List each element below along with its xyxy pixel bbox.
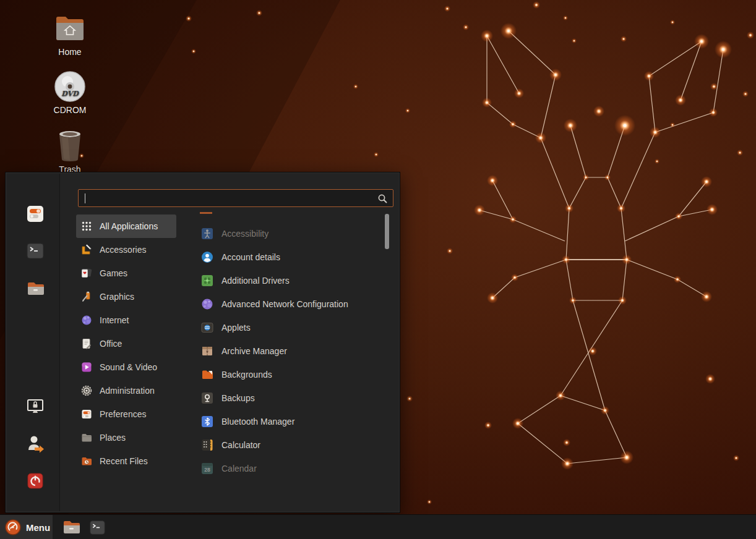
all-applications-icon [81,221,92,232]
app-backups[interactable]: Backups [191,386,384,410]
calculator-icon [201,439,213,451]
category-sound-video[interactable]: Sound & Video [76,355,185,379]
category-recent-files[interactable]: Recent Files [76,449,185,473]
preferences-icon [81,409,92,420]
search-icon [377,193,388,206]
app-accessibility[interactable]: Accessibility [191,222,384,245]
category-all-applications[interactable]: All Applications [76,214,176,238]
logout-icon[interactable] [25,434,45,454]
application-list: Accessibility Account details Additional… [191,222,384,480]
home-folder-icon [40,12,100,45]
category-administration[interactable]: Administration [76,379,185,402]
svg-text:DVD: DVD [61,90,79,98]
menu-button-label: Menu [26,522,50,533]
screen: Home DVD CDROM [0,0,756,539]
archive-manager-icon [201,345,213,357]
menu-button[interactable]: Menu [0,515,53,539]
app-account-details[interactable]: Account details [191,245,384,269]
backgrounds-icon [201,368,213,381]
recent-files-icon [81,456,92,467]
category-preferences[interactable]: Preferences [76,402,185,426]
category-list: All Applications Accessories Games [76,214,185,473]
scroll-edge-indicator [200,212,212,214]
taskbar-panel: Menu [0,514,756,539]
internet-icon [81,315,92,326]
category-games[interactable]: Games [76,261,185,285]
backups-icon [201,392,213,404]
menu-sidebar [7,174,60,511]
app-applets[interactable]: Applets [191,316,384,339]
desktop-icon-home[interactable]: Home [40,12,100,57]
file-manager-icon [62,518,80,537]
accessibility-icon [201,227,213,240]
applets-icon [201,321,213,334]
additional-drivers-icon [201,274,213,287]
desktop-icon-label: CDROM [40,105,100,115]
shutdown-icon[interactable] [25,471,45,491]
app-advanced-network-configuration[interactable]: Advanced Network Configuration [191,292,384,316]
administration-icon [81,385,92,396]
terminal-icon [89,519,106,536]
search-box [78,189,393,207]
category-office[interactable]: Office [76,332,185,355]
advanced-network-icon [201,298,213,310]
lock-screen-icon[interactable] [25,397,45,417]
apps-scrollbar-thumb[interactable] [385,214,389,249]
office-icon [81,338,92,349]
desktop-icon-trash[interactable]: Trash [40,130,100,174]
desktop-icon-cdrom[interactable]: DVD CDROM [40,70,100,115]
text-caret [85,193,85,203]
file-manager-icon[interactable] [25,279,45,299]
accessories-icon [81,244,92,255]
category-graphics[interactable]: Graphics [76,285,185,308]
app-archive-manager[interactable]: Archive Manager [191,339,384,363]
calendar-icon: 28 [201,462,213,475]
terminal-icon[interactable] [25,241,45,261]
app-additional-drivers[interactable]: Additional Drivers [191,269,384,292]
svg-text:28: 28 [204,467,210,473]
places-icon [81,432,92,443]
panel-terminal-launcher[interactable] [87,517,108,538]
games-icon [81,268,92,279]
app-calendar[interactable]: 28 Calendar [191,457,384,480]
app-bluetooth-manager[interactable]: Bluetooth Manager [191,410,384,433]
category-internet[interactable]: Internet [76,308,185,332]
graphics-icon [81,291,92,302]
desktop-icon-label: Home [40,47,100,57]
distro-logo-icon [5,519,21,535]
app-backgrounds[interactable]: Backgrounds [191,363,384,386]
search-input[interactable] [79,190,393,206]
account-details-icon [201,251,213,263]
application-menu: All Applications Accessories Games [5,172,400,513]
bluetooth-icon [201,415,213,428]
trash-can-icon [40,130,100,162]
category-accessories[interactable]: Accessories [76,238,185,261]
sound-video-icon [81,362,92,373]
app-calculator[interactable]: Calculator [191,433,384,457]
category-places[interactable]: Places [76,426,185,449]
panel-file-manager-launcher[interactable] [61,517,82,538]
system-settings-icon[interactable] [25,204,45,224]
dvd-disc-icon: DVD [40,70,100,103]
